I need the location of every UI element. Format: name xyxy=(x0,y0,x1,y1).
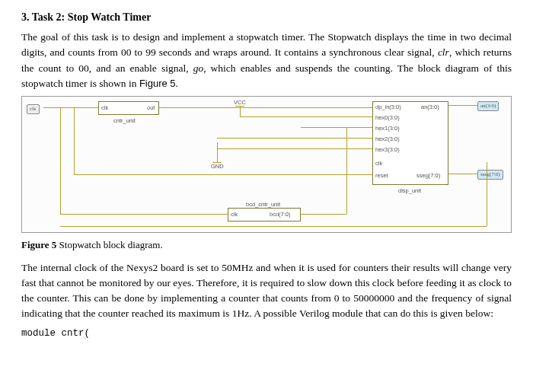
bcd-out-label: bcd(7:0) xyxy=(270,210,291,218)
disp-clk-label: clk xyxy=(375,159,382,167)
gnd-bar xyxy=(212,162,222,163)
wire-clk-cntr xyxy=(43,107,98,108)
hex3-label: hex3(3:0) xyxy=(375,145,400,154)
disp-unit-label: disp_unit xyxy=(398,186,421,195)
cntr-out-label: out xyxy=(147,104,155,112)
caption-text: Stopwatch block diagram. xyxy=(56,239,162,250)
signal-clr: clr xyxy=(438,46,449,58)
port-an-out: an(3:0) xyxy=(477,101,499,111)
wire-clk-bcd xyxy=(60,214,228,215)
bcd-clk-label: clk xyxy=(231,210,238,218)
bcd-unit-label: bcd_cntr_unit xyxy=(246,200,280,209)
an-in-label: an(3:0) xyxy=(421,103,439,111)
dp-in-label: dp_in(3:0) xyxy=(375,103,401,111)
wire-bottom xyxy=(60,226,487,227)
figure-ref: Figure 5 xyxy=(139,78,176,89)
wire-hex0 xyxy=(240,116,372,117)
wire-bcd-h xyxy=(301,214,346,215)
wire-hex3 xyxy=(217,148,372,149)
vcc-bar xyxy=(235,106,244,107)
wire-an-out xyxy=(448,105,477,106)
block-diagram: clk clk out cntr_unit VCC GND clk bcd(7:… xyxy=(21,96,512,233)
p1-end: . xyxy=(176,78,178,89)
signal-go: go xyxy=(193,62,204,74)
gnd-label: GND xyxy=(211,162,224,171)
wire-hex2 xyxy=(217,138,372,139)
sseg-label: sseg(7:0) xyxy=(417,171,440,180)
cntr-unit-label: cntr_unit xyxy=(113,116,136,125)
port-clk-in: clk xyxy=(27,104,40,114)
hex0-label: hex0(3:0) xyxy=(375,113,400,122)
paragraph-2: The internal clock of the Nexys2 board i… xyxy=(21,260,512,322)
figure-caption: Figure 5 Stopwatch block diagram. xyxy=(21,237,512,253)
wire-bcd-h2 xyxy=(346,127,372,128)
wire-clk-down xyxy=(60,107,61,214)
wire-right-v xyxy=(487,162,487,226)
hex2-label: hex2(3:0) xyxy=(375,135,400,143)
gnd-wire xyxy=(217,142,218,162)
wire-sseg-out xyxy=(448,174,477,174)
cntr-clk-label: clk xyxy=(101,104,108,112)
code-snippet: module cntr( xyxy=(21,327,512,341)
wire-cntr-out xyxy=(159,107,372,108)
hex1-label: hex1(3:0) xyxy=(375,124,400,132)
section-heading: 3. Task 2: Stop Watch Timer xyxy=(21,9,512,25)
wire-bcd-v xyxy=(346,127,347,214)
paragraph-1: The goal of this task is to design and i… xyxy=(21,30,512,91)
wire-reset xyxy=(74,174,372,175)
caption-bold: Figure 5 xyxy=(21,239,56,250)
reset-label: reset xyxy=(375,171,388,180)
port-sseg-out: sseg(7:0) xyxy=(477,170,503,180)
wire-reset-v xyxy=(74,107,75,174)
